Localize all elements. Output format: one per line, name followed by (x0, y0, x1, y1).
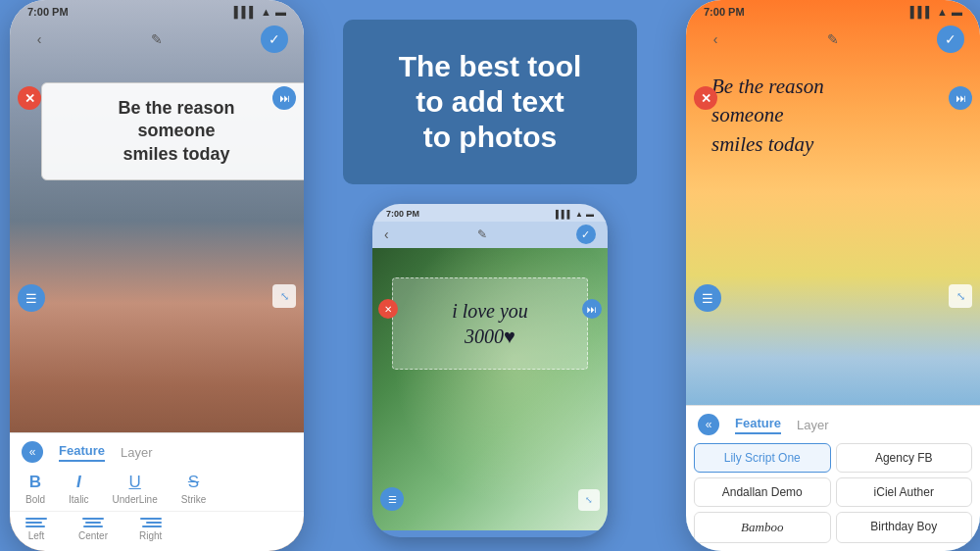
time-mid: 7:00 PM (386, 209, 419, 219)
font-lily-script-one[interactable]: Lily Script One (694, 443, 831, 473)
close-button-left[interactable]: ✕ (18, 86, 41, 110)
italic-button[interactable]: I Italic (69, 473, 89, 505)
align-left-label: Left (28, 530, 45, 541)
strike-icon: S (188, 473, 199, 492)
skip-button-mid[interactable]: ⏭ (582, 299, 602, 319)
check-mid[interactable]: ✓ (576, 225, 596, 244)
panel-tabs-right: « Feature Layer (686, 406, 980, 439)
font-agency-fb[interactable]: Agency FB (836, 443, 973, 473)
chevron-tab-right[interactable]: « (698, 414, 719, 435)
battery-icon: ▬ (275, 6, 286, 18)
phone-left: 7:00 PM ▌▌▌ ▲ ▬ ‹ ✎ ✓ Be the reason some… (10, 0, 304, 551)
signal-right: ▌▌▌ (910, 6, 933, 18)
wifi-right: ▲ (937, 6, 948, 18)
align-right-icon (140, 518, 162, 527)
edit-button-left[interactable]: ✎ (143, 25, 171, 53)
underline-button[interactable]: U UnderLine (113, 473, 158, 505)
close-button-mid[interactable]: ✕ (378, 299, 398, 319)
phone-right: 7:00 PM ▌▌▌ ▲ ▬ ‹ ✎ ✓ Be the reason some… (686, 0, 980, 551)
strike-label: Strike (181, 494, 207, 505)
align-center-button[interactable]: Center (78, 518, 108, 541)
layers-icon-mid[interactable]: ☰ (380, 487, 404, 511)
font-birthday-boy[interactable]: Birthday Boy (836, 512, 973, 543)
strike-button[interactable]: S Strike (181, 473, 207, 505)
canvas-mid: ✕ ⏭ i love you 3000♥ ☰ ⤡ (372, 248, 608, 530)
tab-layer-left[interactable]: Layer (121, 445, 153, 460)
skip-button-right[interactable]: ⏭ (949, 86, 972, 110)
check-button-left[interactable]: ✓ (261, 25, 288, 53)
quote-text-left: Be the reason someone smiles today (58, 97, 295, 166)
align-right-label: Right (139, 530, 162, 541)
tab-layer-right[interactable]: Layer (797, 418, 829, 432)
hero-box: The best tool to add text to photos (343, 20, 637, 184)
bottom-panel-left: « Feature Layer B Bold I Italic U UnderL… (10, 432, 304, 551)
font-panel-right: Lily Script One Agency FB Andallan Demo … (686, 439, 980, 551)
resize-icon-right[interactable]: ⤡ (949, 284, 972, 308)
close-button-right[interactable]: ✕ (694, 86, 717, 110)
time-left: 7:00 PM (27, 6, 69, 18)
phone-middle: 7:00 PM ▌▌▌ ▲ ▬ ‹ ✎ ✓ ✕ ⏭ i love you 300… (372, 204, 608, 537)
align-center-icon (82, 518, 104, 527)
underline-icon: U (129, 473, 141, 492)
resize-icon-left[interactable]: ⤡ (272, 284, 296, 308)
status-bar-right: 7:00 PM ▌▌▌ ▲ ▬ (686, 0, 980, 22)
status-icons-mid: ▌▌▌ ▲ ▬ (556, 210, 594, 219)
tab-feature-left[interactable]: Feature (59, 443, 105, 462)
align-left-icon (25, 518, 47, 527)
font-grid-right: Lily Script One Agency FB Andallan Demo … (694, 443, 972, 543)
underline-label: UnderLine (113, 494, 158, 505)
status-bar-left: 7:00 PM ▌▌▌ ▲ ▬ (10, 0, 304, 22)
wifi-mid: ▲ (575, 210, 583, 219)
skip-button-left[interactable]: ⏭ (272, 86, 296, 110)
text-box-mid[interactable]: i love you 3000♥ (392, 277, 588, 370)
bold-button[interactable]: B Bold (25, 473, 45, 505)
align-row-left: Left Center Right (10, 512, 304, 551)
font-iciel-auther[interactable]: iCiel Auther (836, 477, 973, 507)
time-right: 7:00 PM (704, 6, 745, 18)
battery-right: ▬ (952, 6, 962, 18)
top-toolbar-left: ‹ ✎ ✓ (10, 22, 304, 59)
quote-text-right: Be the reason someone smiles today (711, 73, 955, 159)
layers-icon-right[interactable]: ☰ (694, 284, 721, 312)
text-overlay-right[interactable]: Be the reason someone smiles today (698, 63, 968, 169)
toolbar-mid: ‹ ✎ ✓ (372, 222, 608, 248)
italic-label: Italic (69, 494, 89, 505)
back-mid[interactable]: ‹ (384, 226, 389, 242)
status-icons-left: ▌▌▌ ▲ ▬ (234, 6, 286, 18)
chevron-tab-left[interactable]: « (22, 441, 43, 463)
wifi-icon: ▲ (261, 6, 271, 18)
back-button-right[interactable]: ‹ (702, 25, 729, 53)
bottom-panel-right: « Feature Layer Lily Script One Agency F… (686, 405, 980, 551)
status-icons-right: ▌▌▌ ▲ ▬ (910, 6, 962, 18)
battery-mid: ▬ (586, 210, 594, 219)
text-overlay-left[interactable]: Be the reason someone smiles today (41, 82, 304, 180)
font-bamboo[interactable]: Bamboo (694, 512, 831, 543)
tab-feature-right[interactable]: Feature (735, 416, 781, 434)
align-center-label: Center (78, 530, 108, 541)
top-toolbar-right: ‹ ✎ ✓ (686, 22, 980, 59)
align-left-button[interactable]: Left (25, 518, 47, 541)
bold-label: Bold (25, 494, 45, 505)
signal-mid: ▌▌▌ (556, 210, 572, 219)
check-button-right[interactable]: ✓ (937, 25, 964, 53)
edit-mid[interactable]: ✎ (477, 227, 487, 241)
status-bar-mid: 7:00 PM ▌▌▌ ▲ ▬ (372, 204, 608, 222)
edit-button-right[interactable]: ✎ (819, 25, 847, 53)
format-row-left: B Bold I Italic U UnderLine S Strike (10, 467, 304, 512)
love-text-mid: i love you 3000♥ (403, 298, 577, 349)
align-right-button[interactable]: Right (139, 518, 162, 541)
font-andallan-demo[interactable]: Andallan Demo (694, 477, 831, 507)
resize-icon-mid[interactable]: ⤡ (578, 489, 600, 511)
center-panel: The best tool to add text to photos 7:00… (304, 0, 676, 551)
bold-icon: B (29, 473, 41, 492)
panel-tabs-left: « Feature Layer (10, 433, 304, 467)
back-button-left[interactable]: ‹ (25, 25, 53, 53)
layers-icon-left[interactable]: ☰ (18, 284, 45, 312)
italic-icon: I (76, 473, 81, 492)
signal-icon: ▌▌▌ (234, 6, 257, 18)
hero-title: The best tool to add text to photos (367, 49, 613, 155)
